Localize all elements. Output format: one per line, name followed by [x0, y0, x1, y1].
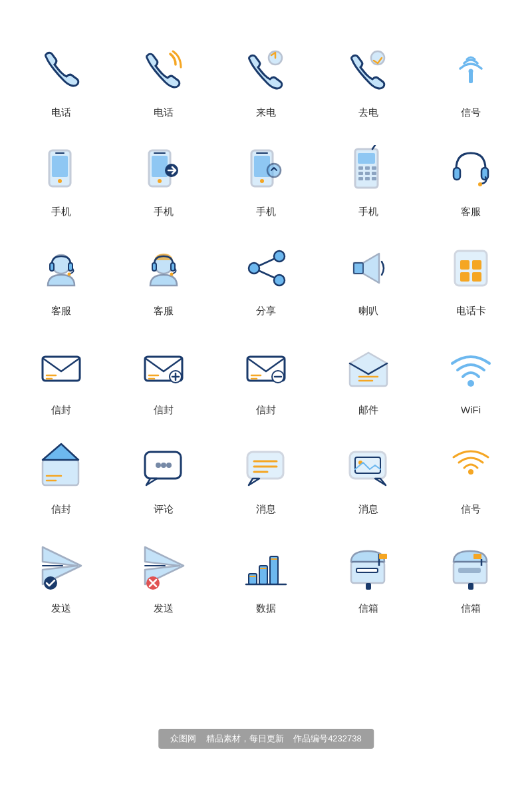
cs-female-label: 客服 [154, 305, 174, 317]
envelope-add-label: 信封 [154, 404, 174, 417]
svg-rect-25 [365, 172, 370, 175]
headset-icon [441, 139, 501, 199]
phone-incoming-icon [236, 40, 296, 100]
comment-icon [134, 437, 194, 497]
svg-rect-26 [372, 172, 376, 175]
svg-rect-101 [356, 568, 378, 572]
envelope-plain-icon [31, 337, 91, 397]
cs-male-label: 客服 [51, 305, 71, 317]
svg-point-15 [260, 179, 264, 183]
sim-card-label: 电话卡 [456, 305, 486, 317]
svg-rect-9 [152, 156, 168, 177]
mobile-plain-label: 手机 [51, 206, 71, 218]
svg-rect-102 [366, 583, 371, 590]
mobile-old-icon [338, 139, 398, 199]
send-success-label: 发送 [51, 602, 71, 615]
svg-rect-106 [459, 568, 480, 572]
svg-rect-49 [460, 260, 469, 270]
megaphone-icon [338, 238, 398, 298]
svg-point-75 [161, 463, 166, 468]
icon-cell-envelope-blue: 信封 [13, 437, 109, 516]
phone-plain-icon [31, 40, 91, 100]
envelope-add-icon [134, 337, 194, 397]
signal-icon [441, 40, 501, 100]
svg-rect-38 [152, 263, 156, 271]
svg-rect-29 [372, 177, 376, 180]
svg-point-6 [58, 179, 62, 183]
svg-rect-53 [43, 357, 80, 381]
svg-point-32 [478, 182, 482, 186]
svg-point-36 [68, 273, 71, 276]
svg-rect-104 [379, 554, 387, 559]
svg-line-44 [259, 259, 274, 266]
icon-cell-mobile-arrow: 手机 [116, 139, 211, 218]
svg-rect-107 [468, 583, 473, 590]
watermark: 众图网 精品素材，每日更新 作品编号4232738 [158, 729, 374, 749]
svg-rect-19 [358, 153, 375, 164]
envelope-plain-label: 信封 [51, 404, 71, 417]
megaphone-label: 喇叭 [358, 305, 378, 317]
icon-cell-envelope-add: 信封 [116, 337, 211, 417]
cs-female-icon [134, 238, 194, 298]
svg-point-17 [267, 164, 281, 177]
icon-cell-mobile-share: 手机 [218, 139, 314, 218]
wifi-icon [441, 337, 501, 397]
comment-label: 评论 [154, 503, 174, 516]
wifi-label: WiFi [461, 404, 481, 415]
icon-cell-send-success: 发送 [13, 536, 109, 615]
phone-plain-label: 电话 [51, 106, 71, 119]
data-bars-icon [236, 536, 296, 596]
svg-point-84 [468, 469, 473, 475]
svg-point-10 [158, 179, 162, 183]
signal-label: 信号 [461, 106, 481, 119]
svg-rect-51 [460, 272, 469, 282]
svg-point-76 [166, 463, 172, 468]
svg-rect-28 [365, 177, 370, 180]
svg-rect-48 [455, 251, 487, 286]
svg-rect-35 [68, 263, 72, 271]
mailbox-closed-label: 信箱 [461, 602, 481, 615]
svg-rect-52 [472, 272, 481, 282]
phone-ringing-label: 电话 [154, 106, 174, 119]
icon-cell-cs-male: 客服 [13, 238, 109, 317]
icon-cell-wifi: WiFi [423, 337, 519, 417]
envelope-minus-icon [236, 337, 296, 397]
svg-rect-93 [249, 574, 257, 584]
signal-yellow-icon [441, 437, 501, 497]
icon-cell-signal: 信号 [423, 40, 519, 119]
icon-cell-message-text: 消息 [218, 437, 314, 516]
icon-cell-comment: 评论 [116, 437, 211, 516]
phone-incoming-label: 来电 [256, 106, 276, 119]
svg-rect-70 [43, 460, 78, 485]
share-label: 分享 [256, 305, 276, 317]
mailbox-open-label: 信箱 [358, 602, 378, 615]
svg-rect-34 [50, 263, 54, 271]
cs-male-icon [31, 238, 91, 298]
message-text-icon [236, 437, 296, 497]
mobile-arrow-icon [134, 139, 194, 199]
mobile-old-label: 手机 [358, 206, 378, 218]
email-open-label: 邮件 [358, 404, 378, 417]
mobile-share-icon [236, 139, 296, 199]
headset-label: 客服 [461, 206, 481, 218]
svg-point-43 [274, 275, 285, 286]
svg-point-3 [469, 69, 473, 74]
icon-cell-mobile-old: 手机 [321, 139, 416, 218]
icon-cell-envelope-minus: 信封 [218, 337, 314, 417]
icon-cell-phone-plain: 电话 [13, 40, 109, 119]
phone-outgoing-icon [338, 40, 398, 100]
icon-cell-data-bars: 数据 [218, 536, 314, 615]
svg-rect-30 [454, 168, 460, 180]
phone-ringing-icon [134, 40, 194, 100]
icon-cell-mailbox-closed: 信箱 [423, 536, 519, 615]
svg-rect-50 [472, 260, 481, 270]
icon-grid: 电话 电话 来电 [13, 40, 519, 615]
svg-rect-39 [171, 263, 175, 271]
mailbox-open-icon [338, 536, 398, 596]
send-fail-label: 发送 [154, 602, 174, 615]
icon-cell-phone-ringing: 电话 [116, 40, 211, 119]
message-text-label: 消息 [256, 503, 276, 516]
svg-rect-23 [372, 166, 376, 170]
icon-cell-envelope-plain: 信封 [13, 337, 109, 417]
svg-rect-21 [358, 166, 363, 170]
